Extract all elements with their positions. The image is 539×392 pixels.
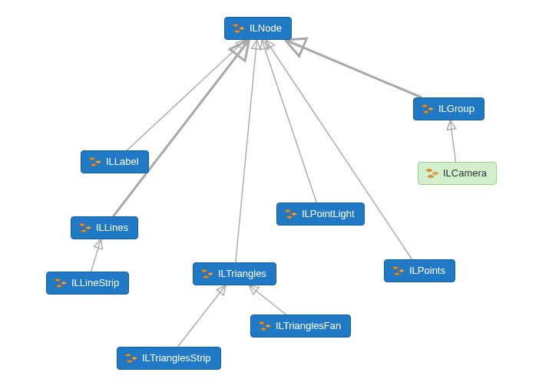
svg-marker-18 bbox=[55, 278, 61, 282]
svg-marker-3 bbox=[422, 104, 428, 107]
class-icon bbox=[233, 22, 245, 35]
class-hierarchy-diagram: ILNode ILGroup ILCamera ILLabel ILPointL… bbox=[0, 0, 539, 392]
node-illinestrip[interactable]: ILLineStrip bbox=[46, 272, 129, 295]
svg-marker-9 bbox=[89, 157, 95, 160]
edge-iltrianglesfan-to-iltriangles bbox=[249, 285, 286, 315]
svg-marker-27 bbox=[259, 321, 265, 324]
node-illabel[interactable]: ILLabel bbox=[81, 150, 149, 173]
class-icon bbox=[201, 268, 213, 280]
class-icon bbox=[426, 167, 438, 180]
svg-marker-10 bbox=[95, 160, 101, 163]
class-icon bbox=[89, 156, 101, 168]
node-label: ILLabel bbox=[106, 156, 139, 168]
node-label: ILNode bbox=[250, 22, 282, 35]
node-label: ILTrianglesFan bbox=[276, 320, 341, 332]
svg-marker-6 bbox=[426, 169, 432, 172]
edge-iltriangles-to-ilnode bbox=[236, 40, 257, 262]
node-label: ILGroup bbox=[438, 103, 475, 115]
svg-marker-4 bbox=[428, 107, 434, 110]
svg-marker-31 bbox=[131, 357, 137, 360]
svg-marker-24 bbox=[392, 266, 398, 269]
node-iltriangles[interactable]: ILTriangles bbox=[193, 262, 276, 285]
node-label: ILTrianglesStrip bbox=[142, 352, 211, 364]
svg-marker-16 bbox=[85, 226, 91, 229]
svg-marker-29 bbox=[260, 328, 266, 331]
class-icon bbox=[55, 277, 67, 289]
svg-marker-32 bbox=[127, 360, 133, 363]
class-icon bbox=[79, 222, 91, 234]
svg-marker-17 bbox=[81, 229, 87, 232]
class-icon bbox=[422, 103, 434, 115]
node-ilgroup[interactable]: ILGroup bbox=[413, 97, 484, 120]
node-ilpointlight[interactable]: ILPointLight bbox=[276, 203, 365, 226]
svg-marker-30 bbox=[125, 354, 131, 357]
svg-marker-13 bbox=[291, 212, 297, 216]
class-icon bbox=[285, 208, 297, 220]
svg-marker-1 bbox=[239, 27, 245, 30]
class-icon bbox=[125, 352, 137, 364]
svg-marker-7 bbox=[432, 172, 438, 175]
node-label: ILLineStrip bbox=[71, 277, 119, 289]
edge-illabel-to-ilnode bbox=[127, 40, 245, 150]
node-ilnode[interactable]: ILNode bbox=[224, 17, 292, 40]
svg-marker-0 bbox=[233, 24, 239, 27]
node-illines[interactable]: ILLines bbox=[71, 216, 138, 239]
edge-iltrianglesstrip-to-iltriangles bbox=[177, 285, 225, 347]
svg-marker-26 bbox=[394, 272, 400, 275]
edge-ilpoints-to-ilnode bbox=[266, 40, 412, 259]
svg-marker-19 bbox=[61, 282, 67, 285]
svg-marker-8 bbox=[428, 175, 434, 178]
svg-marker-22 bbox=[207, 272, 213, 275]
svg-marker-21 bbox=[201, 269, 207, 272]
edge-ilpointlight-to-ilnode bbox=[262, 40, 316, 203]
edge-illinestrip-to-illines bbox=[91, 239, 101, 272]
svg-marker-5 bbox=[423, 110, 429, 114]
node-label: ILTriangles bbox=[218, 268, 266, 280]
class-icon bbox=[259, 320, 271, 332]
node-iltrianglesfan[interactable]: ILTrianglesFan bbox=[250, 315, 351, 338]
svg-marker-23 bbox=[203, 275, 209, 278]
edge-ilcamera-to-ilgroup bbox=[450, 120, 455, 162]
node-iltrianglesstrip[interactable]: ILTrianglesStrip bbox=[117, 347, 221, 370]
svg-marker-28 bbox=[265, 324, 271, 328]
node-label: ILCamera bbox=[443, 167, 487, 180]
svg-marker-12 bbox=[285, 209, 291, 212]
svg-marker-25 bbox=[398, 269, 405, 272]
class-icon bbox=[392, 265, 405, 277]
edge-illines-to-ilnode bbox=[113, 40, 249, 216]
node-label: ILPointLight bbox=[302, 208, 355, 220]
svg-marker-14 bbox=[286, 216, 293, 219]
node-ilcamera[interactable]: ILCamera bbox=[418, 162, 497, 185]
svg-marker-11 bbox=[91, 163, 97, 166]
node-ilpoints[interactable]: ILPoints bbox=[384, 259, 455, 282]
node-label: ILPoints bbox=[409, 265, 445, 277]
svg-marker-15 bbox=[79, 223, 85, 226]
node-label: ILLines bbox=[96, 222, 128, 234]
edge-ilgroup-to-ilnode bbox=[285, 40, 422, 97]
svg-marker-2 bbox=[234, 30, 240, 33]
svg-marker-20 bbox=[56, 285, 62, 288]
